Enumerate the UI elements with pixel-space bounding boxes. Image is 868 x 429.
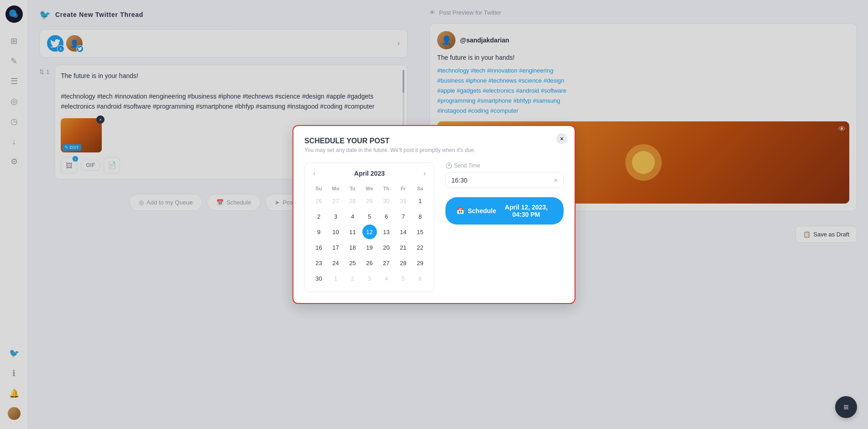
time-value: 16:30 [451,177,467,184]
cal-day-18[interactable]: 18 [345,240,360,255]
schedule-modal: SCHEDULE YOUR POST You may set any date … [293,125,575,304]
send-time-label: 🕐 Send Time [445,162,564,169]
calendar-header: ‹ April 2023 › [310,168,429,178]
cal-day-7[interactable]: 7 [396,209,411,224]
cal-day-29-prev[interactable]: 29 [362,194,377,208]
cal-day-27-prev[interactable]: 27 [329,194,343,208]
cal-day-6[interactable]: 6 [379,209,394,224]
calendar: ‹ April 2023 › Su Mo Tu We Th Fr Sa 26 2… [304,162,434,292]
schedule-confirm-icon: 📅 [456,207,464,214]
cal-day-4-next[interactable]: 4 [379,271,394,286]
cal-day-28-prev[interactable]: 28 [345,194,360,208]
cal-day-1[interactable]: 1 [413,194,428,208]
cal-day-14[interactable]: 14 [396,225,411,239]
cal-day-1-next[interactable]: 1 [329,271,343,286]
cal-day-3[interactable]: 3 [329,209,343,224]
cal-day-12[interactable]: 12 [362,225,377,239]
cal-day-25[interactable]: 25 [345,256,360,270]
cal-day-15[interactable]: 15 [413,225,428,239]
cal-day-21[interactable]: 21 [396,240,411,255]
cal-header-fr: Fr [395,184,412,193]
cal-day-30[interactable]: 30 [312,271,326,286]
send-time-section: 🕐 Send Time 16:30 × 📅 Schedule April 12,… [445,162,564,292]
cal-day-23[interactable]: 23 [312,256,326,270]
calendar-next-button[interactable]: › [421,168,429,178]
cal-day-4[interactable]: 4 [345,209,360,224]
cal-day-8[interactable]: 8 [413,209,428,224]
cal-header-sa: Sa [412,184,429,193]
cal-day-22[interactable]: 22 [413,240,428,255]
cal-header-we: We [361,184,378,193]
cal-day-19[interactable]: 19 [362,240,377,255]
cal-header-th: Th [378,184,395,193]
schedule-confirm-label: Schedule [468,207,496,214]
modal-title: SCHEDULE YOUR POST [304,137,564,145]
modal-overlay: SCHEDULE YOUR POST You may set any date … [0,0,868,429]
clock-icon: 🕐 [445,162,452,169]
cal-day-3-next[interactable]: 3 [362,271,377,286]
calendar-month: April 2023 [354,170,385,177]
cal-day-11[interactable]: 11 [345,225,360,239]
cal-header-mo: Mo [327,184,344,193]
cal-day-16[interactable]: 16 [312,240,326,255]
cal-day-27[interactable]: 27 [379,256,394,270]
cal-day-17[interactable]: 17 [329,240,343,255]
calendar-grid: Su Mo Tu We Th Fr Sa 26 27 28 29 30 31 1 [310,184,429,286]
cal-day-24[interactable]: 24 [329,256,343,270]
cal-day-9[interactable]: 9 [312,225,326,239]
cal-day-26[interactable]: 26 [362,256,377,270]
cal-day-6-next[interactable]: 6 [413,271,428,286]
calendar-prev-button[interactable]: ‹ [310,168,318,178]
cal-day-31-prev[interactable]: 31 [396,194,411,208]
cal-day-30-prev[interactable]: 30 [379,194,394,208]
confirm-schedule-button[interactable]: 📅 Schedule April 12, 2023, 04:30 PM [445,197,564,225]
cal-day-2-next[interactable]: 2 [345,271,360,286]
cal-header-su: Su [310,184,327,193]
cal-day-5[interactable]: 5 [362,209,377,224]
cal-day-20[interactable]: 20 [379,240,394,255]
modal-body: ‹ April 2023 › Su Mo Tu We Th Fr Sa 26 2… [304,162,564,292]
cal-day-5-next[interactable]: 5 [396,271,411,286]
cal-day-10[interactable]: 10 [329,225,343,239]
cal-header-tu: Tu [344,184,361,193]
cal-day-26-prev[interactable]: 26 [312,194,326,208]
cal-day-29[interactable]: 29 [413,256,428,270]
schedule-confirm-date: April 12, 2023, 04:30 PM [500,204,553,218]
modal-close-button[interactable]: × [556,133,567,144]
cal-day-28[interactable]: 28 [396,256,411,270]
time-input[interactable]: 16:30 × [445,173,564,188]
cal-day-13[interactable]: 13 [379,225,394,239]
time-clear-button[interactable]: × [554,177,558,184]
modal-subtitle: You may set any date in the future. We'l… [304,147,564,153]
cal-day-2[interactable]: 2 [312,209,326,224]
